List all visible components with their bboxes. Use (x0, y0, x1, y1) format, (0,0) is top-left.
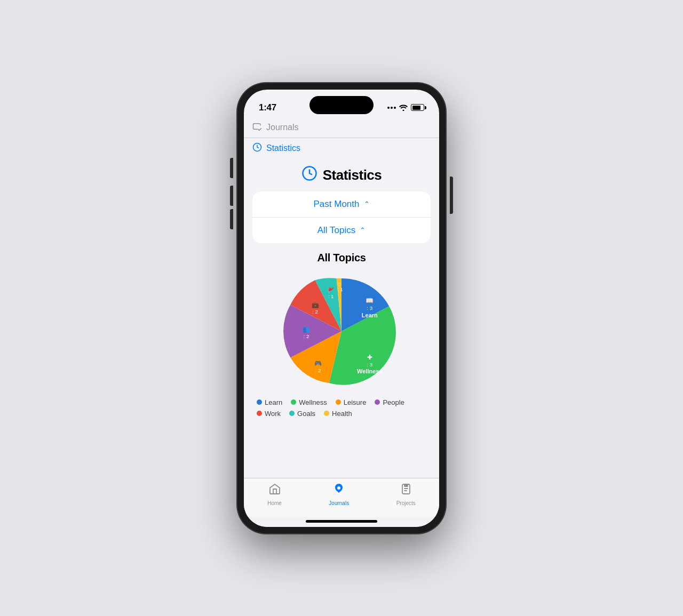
legend-dot-leisure (336, 399, 341, 405)
stats-title: Statistics (323, 167, 382, 183)
svg-text:🎮: 🎮 (314, 359, 322, 366)
home-indicator (306, 520, 377, 523)
legend-item-work: Work (257, 410, 281, 418)
legend-label-learn: Learn (265, 398, 282, 406)
legend-item-learn: Learn (257, 398, 282, 406)
legend-dot-health (324, 411, 329, 416)
phone-frame: 1:47 (237, 83, 446, 533)
tab-projects-label: Projects (396, 500, 416, 506)
legend-dot-wellness (291, 399, 296, 405)
tab-journals-label: Journals (329, 500, 349, 506)
status-bar: 1:47 (244, 90, 439, 118)
svg-text:: 1: : 1 (328, 294, 333, 299)
tab-home[interactable]: Home (257, 483, 292, 506)
time-filter-label: Past Month (314, 199, 360, 210)
topic-filter-row[interactable]: All Topics ⌃ (252, 218, 431, 243)
topic-filter-chevron: ⌃ (360, 226, 366, 234)
main-area[interactable]: Statistics Past Month ⌃ All Topics ⌃ All… (244, 157, 439, 478)
page-header-icon (252, 142, 262, 155)
tab-projects[interactable]: Projects (386, 483, 426, 506)
journals-icon (332, 483, 345, 499)
svg-text:Learn: Learn (362, 311, 378, 318)
nav-bookmark-icon (252, 122, 262, 133)
svg-text:: 2: : 2 (315, 367, 321, 373)
svg-text:: 2: : 2 (312, 309, 318, 315)
legend-item-leisure: Leisure (336, 398, 367, 406)
svg-text:: 2: : 2 (304, 333, 309, 339)
legend: Learn Wellness Leisure People (252, 398, 431, 418)
nav-header: Journals (244, 118, 439, 138)
page-header: Statistics (244, 138, 439, 157)
battery-icon (411, 104, 424, 111)
legend-label-people: People (383, 398, 404, 406)
svg-text:📖: 📖 (366, 297, 374, 305)
legend-item-wellness: Wellness (291, 398, 327, 406)
svg-text:♡: ♡ (337, 282, 342, 287)
legend-dot-learn (257, 399, 262, 405)
legend-dot-work (257, 411, 262, 416)
legend-label-wellness: Wellness (299, 398, 327, 406)
legend-dot-goals (289, 411, 295, 416)
tab-bar: Home Journals (244, 478, 439, 517)
home-icon (268, 483, 281, 499)
page-header-title: Statistics (266, 143, 300, 153)
nav-title: Journals (266, 123, 298, 132)
svg-text:: 1: : 1 (338, 287, 343, 292)
legend-item-health: Health (324, 410, 352, 418)
tab-home-label: Home (267, 500, 282, 506)
legend-label-leisure: Leisure (344, 398, 367, 406)
chart-section: All Topics (244, 252, 439, 426)
svg-text:Wellness: Wellness (357, 368, 383, 374)
signal-icon (387, 107, 396, 109)
projects-icon (400, 483, 412, 499)
status-icons (387, 104, 424, 111)
svg-text:🚩: 🚩 (328, 287, 335, 294)
chart-title: All Topics (252, 252, 431, 264)
stats-title-row: Statistics (244, 157, 439, 191)
time-filter-chevron: ⌃ (364, 200, 370, 208)
topic-filter-label: All Topics (317, 225, 356, 236)
svg-text:✚: ✚ (367, 353, 372, 361)
pie-container: 📖 : 3 Learn ✚ : 3 Wellness 🎮 : 2 👥 (252, 273, 431, 390)
app-content: Journals Statistics (244, 118, 439, 527)
svg-text:💼: 💼 (312, 300, 319, 308)
legend-label-goals: Goals (297, 410, 315, 418)
time-filter-row[interactable]: Past Month ⌃ (252, 191, 431, 218)
tab-journals[interactable]: Journals (318, 483, 360, 506)
legend-label-work: Work (265, 410, 281, 418)
legend-dot-people (375, 399, 380, 405)
stats-icon (301, 165, 317, 185)
legend-item-people: People (375, 398, 404, 406)
svg-text:👥: 👥 (303, 325, 310, 333)
svg-text:: 3: : 3 (367, 362, 372, 367)
status-time: 1:47 (259, 102, 276, 113)
wifi-icon (399, 105, 408, 111)
svg-text:: 3: : 3 (367, 305, 372, 311)
legend-item-goals: Goals (289, 410, 315, 418)
filter-card: Past Month ⌃ All Topics ⌃ (252, 191, 431, 243)
pie-chart: 📖 : 3 Learn ✚ : 3 Wellness 🎮 : 2 👥 (283, 273, 400, 390)
dynamic-island (309, 96, 374, 114)
phone-screen: 1:47 (244, 90, 439, 527)
legend-label-health: Health (332, 410, 352, 418)
